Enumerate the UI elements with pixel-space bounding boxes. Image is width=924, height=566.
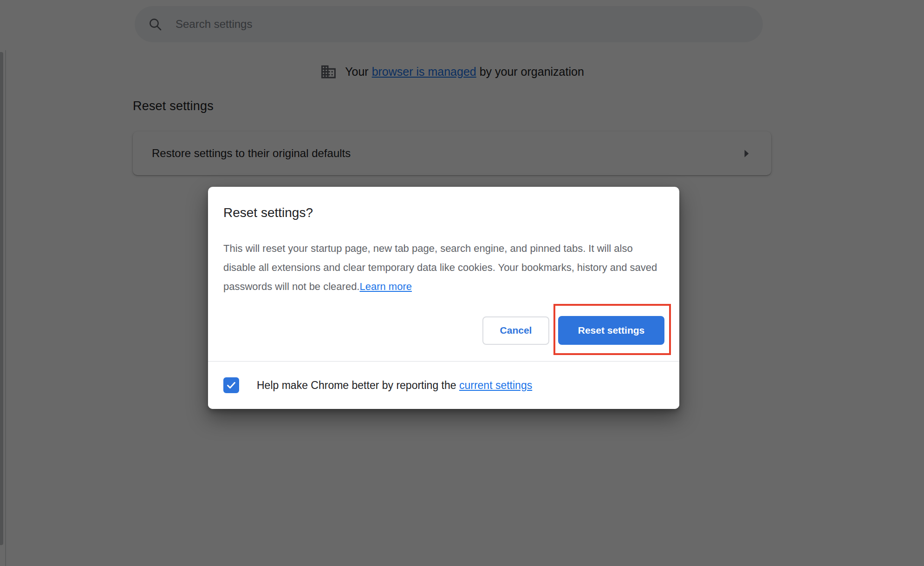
dialog-footer: Help make Chrome better by reporting the… <box>208 362 679 409</box>
learn-more-link[interactable]: Learn more <box>359 281 412 292</box>
dialog-body-text: This will reset your startup page, new t… <box>223 239 664 296</box>
report-settings-checkbox[interactable] <box>223 377 239 393</box>
dialog-button-row: Cancel Reset settings <box>208 316 679 345</box>
reset-settings-dialog: Reset settings? This will reset your sta… <box>208 187 679 409</box>
current-settings-link[interactable]: current settings <box>459 379 532 391</box>
cancel-button[interactable]: Cancel <box>482 316 549 345</box>
checkmark-icon <box>226 380 237 391</box>
dialog-body-main: This will reset your startup page, new t… <box>223 243 657 292</box>
dialog-title: Reset settings? <box>223 204 664 221</box>
reset-settings-button[interactable]: Reset settings <box>558 316 664 345</box>
checkbox-label: Help make Chrome better by reporting the… <box>257 379 532 392</box>
checkbox-label-text: Help make Chrome better by reporting the <box>257 379 459 391</box>
